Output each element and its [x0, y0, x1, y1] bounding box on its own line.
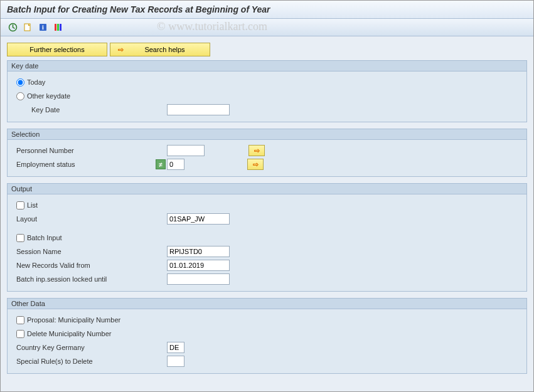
selection-group-title: Selection	[8, 129, 526, 140]
info-icon[interactable]: i	[37, 22, 48, 33]
locked-until-label: Batch inp.session locked until	[16, 275, 167, 283]
personnel-number-label: Personnel Number	[16, 147, 167, 154]
not-equal-icon[interactable]: ≠	[156, 159, 166, 169]
special-rules-label: Special Rule(s) to Delete	[16, 358, 167, 365]
new-records-label: New Records Valid from	[16, 262, 167, 269]
today-radio[interactable]	[16, 78, 24, 87]
app-toolbar: i	[1, 19, 533, 36]
country-key-label: Country Key Germany	[16, 344, 167, 351]
keydate-field-label: Key Date	[16, 106, 167, 114]
svg-rect-6	[60, 24, 61, 31]
delete-muni-label: Delete Municipality Number	[27, 330, 112, 337]
keydate-input[interactable]	[167, 104, 230, 115]
further-selections-label: Further selections	[29, 46, 84, 53]
country-key-input[interactable]	[167, 342, 184, 353]
list-checkbox[interactable]	[16, 201, 24, 209]
further-selections-button[interactable]: Further selections	[7, 43, 107, 56]
variant-icon[interactable]	[22, 22, 33, 33]
employment-status-label: Employment status	[16, 161, 156, 168]
session-name-input[interactable]	[167, 246, 230, 257]
color-legend-icon[interactable]	[52, 22, 63, 33]
layout-input[interactable]	[167, 213, 230, 225]
svg-rect-5	[57, 24, 59, 31]
batch-input-checkbox[interactable]	[16, 234, 24, 242]
other-keydate-label: Other keydate	[27, 92, 70, 100]
execute-icon[interactable]	[7, 22, 18, 33]
other-data-group: Other Data Proposal: Municipality Number…	[7, 298, 527, 374]
keydate-group-title: Key date	[8, 61, 526, 72]
output-group-title: Output	[8, 184, 526, 194]
session-name-label: Session Name	[16, 248, 167, 255]
keydate-group: Key date Today Other keydate Key Date	[7, 60, 527, 122]
other-keydate-radio[interactable]	[16, 92, 24, 100]
delete-muni-checkbox[interactable]	[16, 330, 24, 338]
layout-label: Layout	[16, 215, 167, 223]
svg-text:i: i	[42, 24, 44, 31]
page-title: Batch Input for Creating New Tax Records…	[1, 1, 533, 19]
selection-group: Selection Personnel Number ⇨ Employment …	[7, 129, 527, 177]
special-rules-input[interactable]	[167, 356, 184, 367]
locked-until-input[interactable]	[167, 273, 230, 285]
personnel-multiselect-button[interactable]: ⇨	[248, 145, 265, 156]
arrow-right-icon: ⇨	[118, 46, 124, 54]
search-helps-button[interactable]: ⇨ Search helps	[110, 43, 210, 56]
output-group: Output List Layout Batch Input Session N…	[7, 183, 527, 292]
new-records-input[interactable]	[167, 260, 230, 271]
search-helps-label: Search helps	[127, 46, 202, 53]
other-data-group-title: Other Data	[8, 299, 526, 309]
employment-status-input[interactable]	[167, 159, 184, 170]
today-label: Today	[27, 78, 45, 86]
content-area: Further selections ⇨ Search helps Key da…	[1, 36, 533, 392]
proposal-checkbox[interactable]	[16, 316, 24, 324]
batch-input-label: Batch Input	[27, 234, 62, 241]
proposal-label: Proposal: Municipality Number	[27, 316, 120, 324]
employment-multiselect-button[interactable]: ⇨	[247, 159, 264, 170]
svg-rect-4	[55, 24, 56, 31]
list-label: List	[27, 201, 38, 209]
personnel-number-input[interactable]	[167, 145, 205, 156]
